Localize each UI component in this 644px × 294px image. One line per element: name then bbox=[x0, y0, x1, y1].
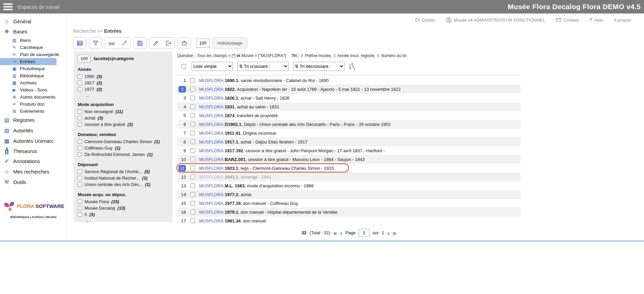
sidebar-item-biens[interactable]: ▤ Biens bbox=[0, 37, 66, 44]
facet-checkbox[interactable] bbox=[78, 122, 82, 127]
row-checkbox[interactable] bbox=[190, 113, 195, 118]
facet-checkbox[interactable] bbox=[78, 139, 82, 144]
record-link[interactable]: MUSFLORA. bbox=[199, 148, 225, 153]
record-link[interactable]: MUSFLORA. bbox=[199, 192, 225, 197]
facet-checkbox[interactable] bbox=[78, 74, 82, 79]
facet-checkbox[interactable] bbox=[78, 199, 82, 204]
hamburger-menu-icon[interactable] bbox=[3, 2, 13, 11]
facet-more-link[interactable]: ... bbox=[78, 92, 168, 98]
record-link[interactable]: MUSFLORA. bbox=[199, 139, 225, 144]
record-link[interactable]: MUSFLORA. bbox=[199, 201, 225, 206]
record-link[interactable]: MUSFLORA. bbox=[199, 78, 225, 83]
facet-checkbox[interactable] bbox=[78, 212, 82, 217]
page-number-input[interactable] bbox=[359, 229, 369, 237]
row-checkbox[interactable] bbox=[190, 183, 195, 188]
previous-page-button[interactable]: ‹ bbox=[340, 230, 342, 236]
record-link[interactable]: MUSFLORA. bbox=[199, 183, 225, 188]
row-checkbox[interactable] bbox=[190, 210, 195, 214]
row-checkbox[interactable] bbox=[190, 201, 195, 206]
next-page-button[interactable]: › bbox=[387, 230, 389, 236]
row-checkbox[interactable] bbox=[190, 166, 195, 170]
row-checkbox[interactable] bbox=[190, 139, 195, 144]
last-page-button[interactable]: » bbox=[392, 230, 396, 236]
sidebar-item-autres-documents[interactable]: ≣ Autres documents bbox=[0, 93, 66, 101]
basket-button[interactable] bbox=[178, 37, 190, 49]
sidebar-item-videos-sons[interactable]: ▶ Vidéos - Sons bbox=[0, 86, 66, 93]
facet-checkbox[interactable] bbox=[78, 81, 82, 85]
row-checkbox[interactable] bbox=[190, 175, 195, 179]
record-link[interactable]: MUSFLORA. bbox=[199, 113, 225, 118]
record-link[interactable]: MUSFLORA. bbox=[199, 210, 225, 215]
modify-search-button[interactable] bbox=[118, 37, 130, 49]
facet-checkbox[interactable] bbox=[78, 182, 82, 187]
about-link[interactable]: A propos bbox=[614, 18, 631, 23]
row-checkbox[interactable] bbox=[190, 122, 195, 127]
row-checkbox[interactable] bbox=[190, 157, 195, 162]
sort-ascending-select[interactable]: ⇅ Tri croissant : bbox=[237, 62, 289, 71]
row-checkbox[interactable] bbox=[190, 87, 195, 91]
facet-checkbox[interactable] bbox=[78, 116, 82, 120]
sidebar-item-phototheque[interactable]: ▣ Photothèque bbox=[0, 65, 66, 72]
row-checkbox[interactable] bbox=[190, 78, 195, 83]
quit-link[interactable]: Quitter bbox=[414, 17, 435, 23]
sidebar-item-evenements[interactable]: ⊞ Evènements bbox=[0, 108, 66, 115]
sidebar-item-label: Bases bbox=[13, 29, 27, 34]
record-link[interactable]: MUSFLORA. bbox=[199, 131, 225, 136]
facet-checkbox[interactable] bbox=[78, 169, 82, 174]
row-checkbox[interactable] bbox=[190, 192, 195, 197]
sidebar-item-entrees[interactable]: ↪ Entrées bbox=[0, 58, 56, 65]
record-link[interactable]: MUSFLORA. bbox=[199, 166, 225, 171]
sidebar-item-bases[interactable]: ❖ Bases bbox=[0, 26, 66, 37]
facet-checkbox[interactable] bbox=[78, 109, 82, 114]
help-link[interactable]: ? Aide bbox=[589, 17, 603, 23]
facet-checkbox[interactable] bbox=[78, 206, 82, 210]
export-button[interactable] bbox=[162, 37, 174, 49]
sidebar-item-archives[interactable]: ▦ Archives bbox=[0, 79, 66, 86]
filter-button[interactable] bbox=[89, 37, 102, 49]
contact-link[interactable]: Contact bbox=[556, 18, 578, 23]
preview-button[interactable] bbox=[105, 37, 118, 49]
sidebar-item-thesaurus[interactable]: AB Thesaurus bbox=[0, 146, 66, 156]
facet-checkbox[interactable] bbox=[78, 152, 82, 157]
row-checkbox[interactable] bbox=[190, 131, 195, 135]
sidebar-item-plan-de-sauvegarde[interactable]: ✏ Plan de sauvegarde bbox=[0, 51, 66, 58]
sidebar-item-carotheque[interactable]: ✎ Carothèque bbox=[0, 44, 66, 51]
edit-button[interactable] bbox=[149, 37, 162, 49]
first-page-button[interactable]: « bbox=[333, 230, 337, 236]
sidebar-item-mes-recherches[interactable]: ☆ Mes recherches bbox=[0, 166, 66, 177]
display-table-button[interactable] bbox=[73, 37, 86, 49]
save-search-button[interactable] bbox=[134, 37, 146, 49]
sidebar-item-bibliotheque[interactable]: ▥ Bibliothèque bbox=[0, 72, 66, 79]
row-checkbox[interactable] bbox=[190, 96, 195, 100]
select-all-checkbox[interactable] bbox=[181, 64, 186, 69]
record-link[interactable]: MUSFLORA. bbox=[199, 96, 225, 101]
facet-more-link[interactable]: ... bbox=[78, 218, 168, 223]
notices-per-page-input[interactable] bbox=[196, 38, 210, 48]
facet-checkbox[interactable] bbox=[78, 87, 82, 91]
view-mode-select[interactable]: Liste simple bbox=[192, 62, 233, 71]
row-checkbox[interactable] bbox=[190, 148, 195, 153]
row-checkbox[interactable] bbox=[190, 218, 195, 223]
breadcrumb-search-link[interactable]: Recherche >> bbox=[73, 28, 103, 34]
sort-descending-select[interactable]: ⇅ Tri décroissant : bbox=[293, 62, 344, 71]
record-link[interactable]: MUSFLORA. bbox=[199, 157, 225, 162]
row-checkbox[interactable] bbox=[190, 104, 195, 109]
facet-count-input[interactable] bbox=[78, 55, 91, 62]
sidebar-item-registres[interactable]: ▧ Registres bbox=[0, 115, 66, 125]
facet-checkbox[interactable] bbox=[78, 176, 82, 180]
sidebar-item-outils[interactable]: ⚒ Outils bbox=[0, 177, 66, 187]
facet-checkbox[interactable] bbox=[78, 146, 82, 150]
numeric-sort-icon[interactable]: 3 2 1 bbox=[349, 62, 356, 71]
user-account-link[interactable]: Musée v4 ADMINISTRATEUR FONCTIONNEL bbox=[446, 17, 545, 23]
record-link[interactable]: MUSFLORA. bbox=[199, 104, 225, 109]
record-link[interactable]: MUSFLORA. bbox=[199, 87, 225, 92]
record-link[interactable]: MUSFLORA. bbox=[199, 122, 225, 127]
sidebar-item-annotations[interactable]: ✐ Annotations bbox=[0, 156, 66, 166]
facet-label: Institut National de Recher... bbox=[85, 176, 140, 181]
record-link[interactable]: MUSFLORA. bbox=[199, 218, 225, 223]
sidebar-item-general[interactable]: ⌂ Général bbox=[0, 16, 66, 26]
record-link[interactable]: MUSFLORA. bbox=[199, 175, 225, 180]
sidebar-item-autorites-unimarc[interactable]: ▩ Autorités Unimarc bbox=[0, 136, 66, 146]
sidebar-item-produits-doc[interactable]: ✍ Produits doc. bbox=[0, 101, 66, 108]
sidebar-item-autorites[interactable]: ▨ Autorités bbox=[0, 125, 66, 136]
